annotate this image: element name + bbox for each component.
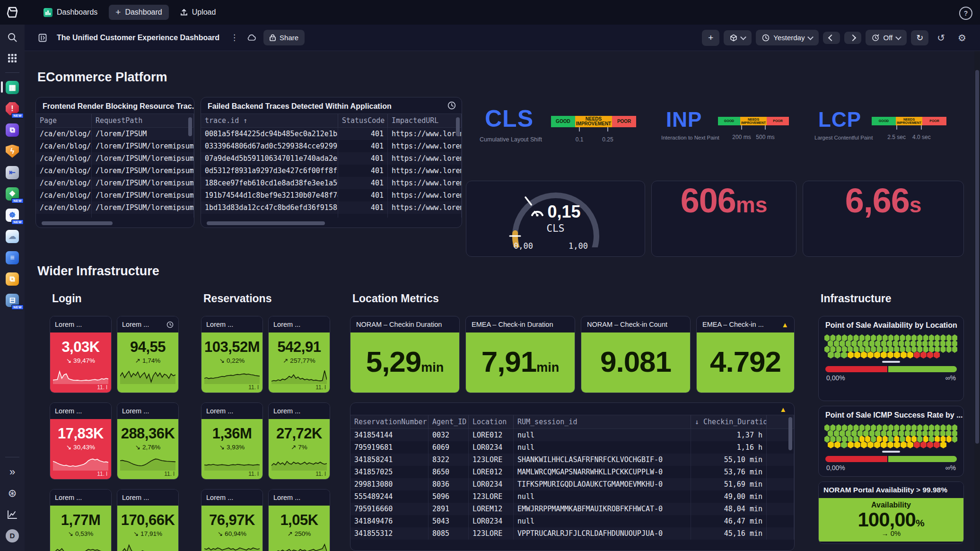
location-kpi-tile[interactable]: EMEA – Check-in Duration7,91min (465, 316, 575, 393)
sidebar-app-clips[interactable]: ⧉ (0, 119, 25, 140)
apps-grid-icon[interactable] (5, 51, 19, 65)
login-tile[interactable]: Lorem ...17,83K↘ 30,43%11. l (50, 402, 112, 480)
page-scrollbar[interactable] (974, 51, 980, 551)
table-row[interactable]: 7959166602891LOREM12EMWJRRPPMAMMKABFMAUI… (350, 503, 794, 515)
column-header[interactable]: Agent_ID (429, 415, 469, 429)
sidebar-app-workloads[interactable]: ❖NEW (0, 183, 25, 204)
visualization-picker-button[interactable] (724, 30, 752, 45)
search-icon[interactable] (5, 30, 19, 44)
horizontal-scrollbar[interactable] (42, 221, 113, 225)
table-row[interactable]: 0333964806d67ad0c5299384cce92997401https… (201, 140, 462, 152)
table-row[interactable]: 3418494765043LOR0234null46,47 min (350, 515, 794, 527)
vertical-scrollbar[interactable] (456, 117, 460, 136)
tab-dashboards[interactable]: Dashboards (37, 5, 104, 20)
column-header[interactable]: Page (36, 114, 92, 127)
table-row[interactable]: 5554892445096123LOREnull49,00 min (350, 490, 794, 503)
vertical-scrollbar[interactable] (188, 117, 192, 136)
table-row[interactable]: /ca/en/blog/pl.../lorem/IPSUM/loremipsum (36, 152, 194, 165)
login-tile[interactable]: Lorem ...3,03K↘ 39,47%11. l (50, 316, 112, 393)
location-kpi-tile[interactable]: NORAM – Checkin Duration5,29min (350, 316, 460, 393)
sidebar-app-app-security[interactable]: ϟ (0, 140, 25, 162)
sidebar-app-containers[interactable]: ⊟NEW (0, 289, 25, 311)
login-tile[interactable]: Lorem ...288,36K↘ 2,76%11. l (117, 402, 179, 480)
column-header[interactable]: RequestPath (92, 114, 194, 127)
login-tile[interactable]: Lorem ...1,77M↘ 0,53% (50, 489, 112, 551)
table-row[interactable]: 07a9de4d5b591106347011e740ada2ed401https… (201, 152, 462, 165)
history-icon[interactable]: ↺ (933, 29, 949, 46)
table-row[interactable] (201, 214, 462, 218)
sidebar-app-distributed-tracing[interactable]: ⇤ (0, 162, 25, 183)
table-row[interactable]: 7959196816069LOR0234null1,16 h (350, 441, 794, 454)
table-row[interactable]: 0d5312f8931a9297d3e427c6f00ff8f3401https… (201, 165, 462, 177)
reservations-tile[interactable]: Lorem ...1,05K↗ 250% (268, 489, 330, 551)
column-header[interactable]: StatusCode (338, 114, 388, 127)
refresh-button[interactable]: ↻ (911, 30, 928, 45)
sidebar-app-dashboards[interactable]: ▦ (0, 77, 25, 98)
timeframe-picker-button[interactable]: Yesterday (756, 30, 819, 45)
add-tile-button[interactable]: + (702, 30, 719, 46)
reservations-tile[interactable]: Lorem ...103,52M↘ 0,22%11. l (201, 316, 263, 393)
vertical-scrollbar[interactable] (788, 417, 792, 450)
tab-upload[interactable]: Upload (174, 5, 223, 20)
clock-icon[interactable] (447, 101, 456, 110)
table-row[interactable]: /ca/en/blog/d.../lorem/IPSUM (36, 128, 194, 140)
timeframe-next-button[interactable] (844, 32, 861, 44)
column-header[interactable]: RUM_session_id (514, 415, 691, 429)
column-header[interactable]: ReservationNumber (350, 415, 429, 429)
reservations-tile[interactable]: Lorem ...27,72K↗ 7%11. l (268, 402, 330, 480)
horizontal-scrollbar[interactable] (207, 221, 325, 225)
table-row[interactable]: 3418553128085123LOREVPPTRUCARLRJFJLCRLDA… (350, 527, 794, 540)
rail-expand[interactable]: » (0, 461, 25, 482)
table-row[interactable]: /ca/en/blog/pl.../lorem/IPSUM/loremipsum (36, 189, 194, 201)
sidebar-app-kubernetes[interactable]: ☸NEW (0, 204, 25, 226)
table-row[interactable]: /ca/en/blog/pl.../lorem/IPSUM/loremipsum (36, 177, 194, 189)
sidebar-app-clouds[interactable]: ☁ (0, 226, 25, 247)
login-tile[interactable]: Lorem ...170,66K↘ 17,91% (117, 489, 179, 551)
sidebar-app-problems[interactable]: !NEW (0, 98, 25, 119)
inp-value-panel[interactable]: 606ms (651, 181, 796, 257)
honeycomb-chart[interactable] (819, 332, 963, 357)
table-row[interactable]: 3418570258650LORE012MAMLWRCQMGAPSNARRWHK… (350, 466, 794, 478)
auto-refresh-button[interactable]: Off (866, 30, 907, 45)
rail-help[interactable]: ⊛ (0, 482, 25, 504)
table-row[interactable] (36, 214, 194, 218)
column-header[interactable]: ↓ Checkin_Duration (691, 415, 767, 429)
table-row[interactable]: 191b74544d1c8bef9e32130b07e48f74401https… (201, 189, 462, 201)
table-row[interactable]: /ca/en/blog/re.../lorem/IPSUM/loremipsum (36, 201, 194, 214)
sidebar-app-logs[interactable]: ⧉ (0, 268, 25, 289)
noram-portal-availability-tile[interactable]: NORAM Portal Availability > 99.98% Avail… (818, 481, 964, 544)
settings-gear-icon[interactable]: ⚙ (954, 29, 971, 46)
login-tile[interactable]: Lorem ...94,55↗ 1,74% (117, 316, 179, 393)
table-row[interactable]: /ca/en/blog/pl.../lorem/IPSUM/loremipsum (36, 165, 194, 177)
rail-user[interactable]: D (0, 525, 25, 546)
sidebar-app-infrastructure[interactable]: ≡ (0, 247, 25, 268)
cloud-sync-icon[interactable] (243, 31, 261, 44)
honeycomb-chart[interactable] (819, 422, 963, 447)
rail-reports[interactable] (0, 504, 25, 525)
reservations-tile[interactable]: Lorem ...76,97K↘ 60,94% (201, 489, 263, 551)
reservations-tile[interactable]: Lorem ...1,36M↘ 3,93%11. l (201, 402, 263, 480)
dynatrace-logo[interactable] (0, 0, 25, 25)
tab-dashboard[interactable]: + Dashboard (109, 5, 168, 20)
cls-gauge-panel[interactable]: 0,15 CLS 0,00 1,00 (466, 181, 645, 257)
table-row[interactable]: 188cee97feb610cd1e8ad38fe3ee1a50401https… (201, 177, 462, 189)
column-header[interactable]: Location (469, 415, 514, 429)
reservations-tile[interactable]: Lorem ...542,91↗ 257,77%11. l (268, 316, 330, 393)
table-row[interactable]: 3418582418322123LORESHANKWILHHCLASAFRFNR… (350, 454, 794, 466)
table-row[interactable]: 3418541440032LORE012null1,37 h (350, 429, 794, 441)
kebab-menu-icon[interactable]: ⋮ (226, 30, 243, 45)
page-scrollbar-thumb[interactable] (975, 70, 979, 444)
table-row[interactable]: 2998130808036LOR0234TIFKSPMURIGQDLAOAUKC… (350, 478, 794, 490)
location-kpi-tile[interactable]: EMEA – Check-in ...▲4.792 (696, 316, 795, 393)
help-icon[interactable]: ? (959, 7, 972, 20)
table-row[interactable]: 0081a5f844225dc94b485ec0a212e1b8401https… (201, 128, 462, 140)
lcp-value-panel[interactable]: 6,66s (803, 181, 964, 257)
column-header[interactable]: trace.id ↑ (201, 114, 338, 127)
column-header[interactable]: ImpactedURL (388, 114, 462, 127)
location-kpi-tile[interactable]: NORAM – Check-in Count9.081 (581, 316, 691, 393)
timeframe-prev-button[interactable] (823, 32, 840, 44)
share-button[interactable]: Share (263, 30, 305, 45)
table-row[interactable]: /ca/en/blog/d.../lorem/IPSUM/loremipsum (36, 140, 194, 152)
table-row[interactable]: 1bd13d83da12cc47c8bd6efd36f9158f401https… (201, 201, 462, 214)
warning-triangle-icon[interactable]: ▲ (779, 405, 787, 413)
